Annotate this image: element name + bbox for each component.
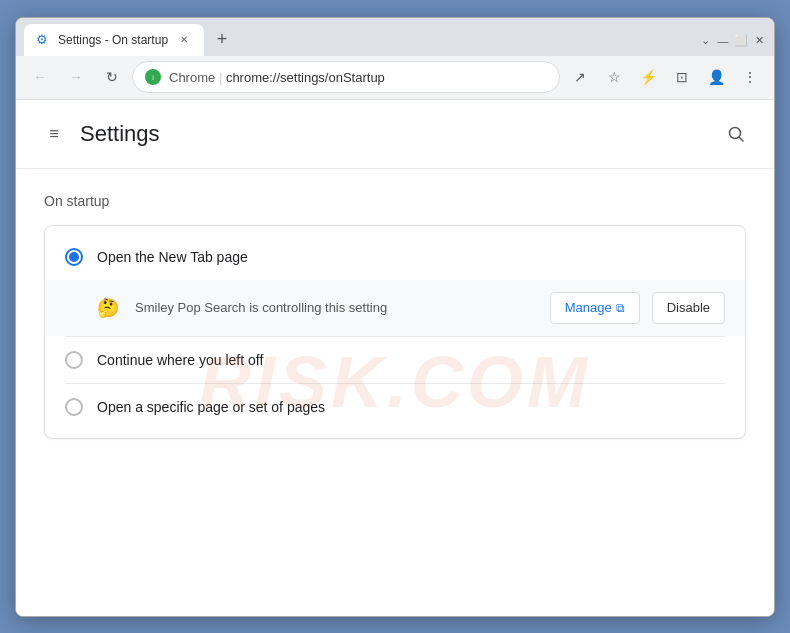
forward-button[interactable]: → xyxy=(60,61,92,93)
new-tab-button[interactable]: + xyxy=(208,26,236,54)
sidebar-button[interactable]: ⊡ xyxy=(666,61,698,93)
svg-point-2 xyxy=(730,127,741,138)
menu-button[interactable]: ⋮ xyxy=(734,61,766,93)
search-icon xyxy=(727,125,745,143)
radio-new-tab[interactable] xyxy=(65,248,83,266)
manage-extension-button[interactable]: Manage ⧉ xyxy=(550,292,640,324)
window-controls: ⌄ — ⬜ ✕ xyxy=(698,34,766,56)
address-bar[interactable]: i Chrome | chrome://settings/onStartup xyxy=(132,61,560,93)
reload-button[interactable]: ↻ xyxy=(96,61,128,93)
options-card: Open the New Tab page 🤔 Smiley Pop Searc… xyxy=(44,225,746,439)
toolbar-right: ↗ ☆ ⚡ ⊡ 👤 ⋮ xyxy=(564,61,766,93)
content-area: ≡ Settings On startup Open the New Tab p… xyxy=(16,100,774,616)
close-button[interactable]: ✕ xyxy=(752,34,766,48)
chevron-down-icon[interactable]: ⌄ xyxy=(698,34,712,48)
page-title: Settings xyxy=(80,121,718,147)
option-continue-row[interactable]: Continue where you left off xyxy=(45,337,745,383)
title-bar: ⚙ Settings - On startup ✕ + ⌄ — ⬜ ✕ xyxy=(16,18,774,56)
tab-strip: ⚙ Settings - On startup ✕ + xyxy=(24,24,698,56)
option-specific-page-label: Open a specific page or set of pages xyxy=(97,399,725,415)
radio-new-tab-inner xyxy=(69,252,79,262)
disable-label: Disable xyxy=(667,300,710,315)
radio-specific-page[interactable] xyxy=(65,398,83,416)
bookmark-button[interactable]: ☆ xyxy=(598,61,630,93)
address-url: chrome://settings/onStartup xyxy=(226,70,385,85)
address-separator: | xyxy=(219,70,226,85)
share-button[interactable]: ↗ xyxy=(564,61,596,93)
back-button[interactable]: ← xyxy=(24,61,56,93)
radio-continue[interactable] xyxy=(65,351,83,369)
disable-extension-button[interactable]: Disable xyxy=(652,292,725,324)
security-icon: i xyxy=(145,69,161,85)
profile-button[interactable]: 👤 xyxy=(700,61,732,93)
tab-close-button[interactable]: ✕ xyxy=(176,32,192,48)
settings-header: ≡ Settings xyxy=(16,100,774,169)
tab-favicon: ⚙ xyxy=(34,32,50,48)
svg-line-3 xyxy=(740,137,744,141)
controlled-text: Smiley Pop Search is controlling this se… xyxy=(135,300,538,315)
search-button[interactable] xyxy=(718,116,754,152)
minimize-button[interactable]: — xyxy=(716,34,730,48)
option-specific-page-row[interactable]: Open a specific page or set of pages xyxy=(45,384,745,430)
manage-label: Manage xyxy=(565,300,612,315)
address-chrome-label: Chrome xyxy=(169,70,215,85)
tab-title: Settings - On startup xyxy=(58,33,168,47)
option-new-tab-label: Open the New Tab page xyxy=(97,249,725,265)
section-title: On startup xyxy=(44,193,746,209)
extension-emoji-icon: 🤔 xyxy=(97,297,119,319)
settings-body: On startup Open the New Tab page 🤔 Smile… xyxy=(16,169,774,463)
maximize-button[interactable]: ⬜ xyxy=(734,34,748,48)
browser-toolbar: ← → ↻ i Chrome | chrome://settings/onSta… xyxy=(16,56,774,100)
controlled-extension-row: 🤔 Smiley Pop Search is controlling this … xyxy=(45,280,745,336)
extension-button[interactable]: ⚡ xyxy=(632,61,664,93)
option-new-tab-row[interactable]: Open the New Tab page xyxy=(45,234,745,280)
option-continue-label: Continue where you left off xyxy=(97,352,725,368)
active-tab[interactable]: ⚙ Settings - On startup ✕ xyxy=(24,24,204,56)
external-link-icon: ⧉ xyxy=(616,301,625,315)
hamburger-menu-button[interactable]: ≡ xyxy=(36,116,72,152)
browser-window: ⚙ Settings - On startup ✕ + ⌄ — ⬜ ✕ ← → … xyxy=(15,17,775,617)
address-text: Chrome | chrome://settings/onStartup xyxy=(169,70,547,85)
